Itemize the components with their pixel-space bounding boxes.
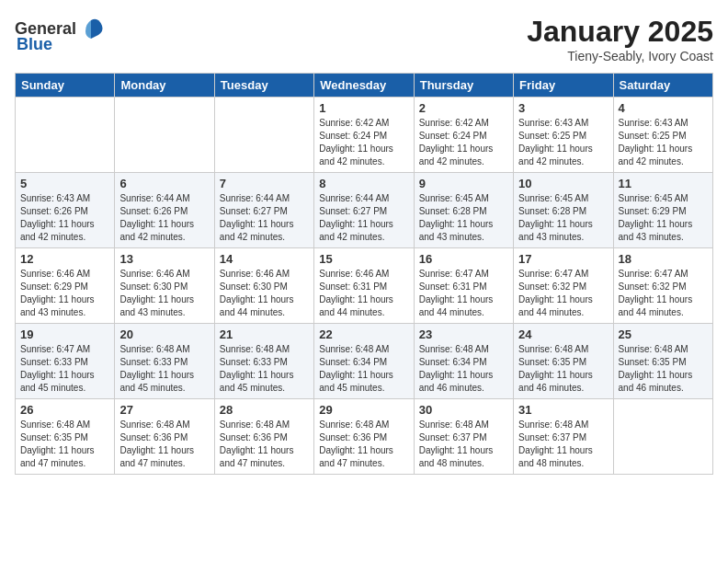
day-info: Sunrise: 6:48 AM Sunset: 6:36 PM Dayligh… [220, 419, 309, 470]
day-info: Sunrise: 6:44 AM Sunset: 6:27 PM Dayligh… [220, 192, 309, 244]
day-number: 11 [619, 177, 708, 190]
day-cell: 25Sunrise: 6:48 AM Sunset: 6:35 PM Dayli… [613, 324, 712, 399]
day-info: Sunrise: 6:48 AM Sunset: 6:36 PM Dayligh… [319, 419, 408, 470]
week-row-5: 26Sunrise: 6:48 AM Sunset: 6:35 PM Dayli… [16, 399, 713, 475]
day-number: 6 [119, 177, 209, 190]
day-info: Sunrise: 6:46 AM Sunset: 6:31 PM Dayligh… [319, 268, 408, 319]
day-info: Sunrise: 6:47 AM Sunset: 6:32 PM Dayligh… [619, 268, 708, 319]
day-cell: 2Sunrise: 6:42 AM Sunset: 6:24 PM Daylig… [414, 98, 513, 173]
day-cell: 28Sunrise: 6:48 AM Sunset: 6:36 PM Dayli… [214, 399, 313, 475]
day-cell: 8Sunrise: 6:44 AM Sunset: 6:27 PM Daylig… [314, 173, 414, 248]
day-info: Sunrise: 6:47 AM Sunset: 6:32 PM Dayligh… [518, 268, 608, 319]
day-number: 26 [20, 403, 109, 417]
day-cell: 20Sunrise: 6:48 AM Sunset: 6:33 PM Dayli… [115, 324, 214, 399]
day-info: Sunrise: 6:48 AM Sunset: 6:33 PM Dayligh… [220, 343, 309, 395]
day-info: Sunrise: 6:43 AM Sunset: 6:25 PM Dayligh… [619, 117, 708, 168]
day-info: Sunrise: 6:45 AM Sunset: 6:28 PM Dayligh… [518, 192, 608, 244]
week-row-4: 19Sunrise: 6:47 AM Sunset: 6:33 PM Dayli… [16, 324, 713, 399]
logo-icon [78, 15, 106, 42]
day-cell [16, 98, 115, 173]
header: General Blue January 2025 Tieny-Seably, … [15, 15, 713, 63]
day-cell: 16Sunrise: 6:47 AM Sunset: 6:31 PM Dayli… [414, 248, 513, 324]
day-number: 1 [319, 101, 408, 115]
day-cell: 9Sunrise: 6:45 AM Sunset: 6:28 PM Daylig… [414, 173, 513, 248]
day-header-saturday: Saturday [613, 74, 712, 98]
day-number: 5 [20, 177, 109, 190]
day-number: 18 [619, 252, 708, 266]
day-number: 20 [119, 327, 209, 341]
title-area: January 2025 Tieny-Seably, Ivory Coast [527, 15, 713, 63]
day-header-wednesday: Wednesday [314, 74, 414, 98]
day-cell: 7Sunrise: 6:44 AM Sunset: 6:27 PM Daylig… [214, 173, 313, 248]
day-cell: 24Sunrise: 6:48 AM Sunset: 6:35 PM Dayli… [514, 324, 613, 399]
day-number: 7 [220, 177, 309, 190]
location-title: Tieny-Seably, Ivory Coast [527, 49, 713, 63]
day-info: Sunrise: 6:48 AM Sunset: 6:34 PM Dayligh… [419, 343, 508, 395]
day-info: Sunrise: 6:46 AM Sunset: 6:30 PM Dayligh… [220, 268, 309, 319]
day-info: Sunrise: 6:42 AM Sunset: 6:24 PM Dayligh… [419, 117, 508, 168]
day-info: Sunrise: 6:48 AM Sunset: 6:35 PM Dayligh… [20, 419, 109, 470]
logo-blue: Blue [17, 35, 52, 54]
day-number: 28 [220, 403, 309, 417]
day-cell: 1Sunrise: 6:42 AM Sunset: 6:24 PM Daylig… [314, 98, 414, 173]
day-cell: 26Sunrise: 6:48 AM Sunset: 6:35 PM Dayli… [16, 399, 115, 475]
day-number: 4 [619, 101, 708, 115]
day-header-sunday: Sunday [16, 74, 115, 98]
week-row-2: 5Sunrise: 6:43 AM Sunset: 6:26 PM Daylig… [16, 173, 713, 248]
day-cell: 27Sunrise: 6:48 AM Sunset: 6:36 PM Dayli… [115, 399, 214, 475]
day-header-friday: Friday [514, 74, 613, 98]
day-cell: 23Sunrise: 6:48 AM Sunset: 6:34 PM Dayli… [414, 324, 513, 399]
day-number: 19 [20, 327, 109, 341]
day-number: 17 [518, 252, 608, 266]
day-info: Sunrise: 6:48 AM Sunset: 6:35 PM Dayligh… [518, 343, 608, 395]
day-number: 14 [220, 252, 309, 266]
day-number: 29 [319, 403, 408, 417]
day-header-monday: Monday [115, 74, 214, 98]
day-number: 3 [518, 101, 608, 115]
day-info: Sunrise: 6:45 AM Sunset: 6:29 PM Dayligh… [619, 192, 708, 244]
day-number: 2 [419, 101, 508, 115]
day-cell: 22Sunrise: 6:48 AM Sunset: 6:34 PM Dayli… [314, 324, 414, 399]
day-info: Sunrise: 6:43 AM Sunset: 6:25 PM Dayligh… [518, 117, 608, 168]
day-number: 23 [419, 327, 508, 341]
day-cell: 30Sunrise: 6:48 AM Sunset: 6:37 PM Dayli… [414, 399, 513, 475]
day-info: Sunrise: 6:45 AM Sunset: 6:28 PM Dayligh… [419, 192, 508, 244]
day-header-thursday: Thursday [414, 74, 513, 98]
day-cell: 17Sunrise: 6:47 AM Sunset: 6:32 PM Dayli… [514, 248, 613, 324]
day-cell: 21Sunrise: 6:48 AM Sunset: 6:33 PM Dayli… [214, 324, 313, 399]
day-cell [214, 98, 313, 173]
day-cell: 18Sunrise: 6:47 AM Sunset: 6:32 PM Dayli… [613, 248, 712, 324]
day-cell: 6Sunrise: 6:44 AM Sunset: 6:26 PM Daylig… [115, 173, 214, 248]
day-cell: 31Sunrise: 6:48 AM Sunset: 6:37 PM Dayli… [514, 399, 613, 475]
day-number: 9 [419, 177, 508, 190]
day-cell: 29Sunrise: 6:48 AM Sunset: 6:36 PM Dayli… [314, 399, 414, 475]
day-info: Sunrise: 6:48 AM Sunset: 6:37 PM Dayligh… [518, 419, 608, 470]
day-info: Sunrise: 6:47 AM Sunset: 6:31 PM Dayligh… [419, 268, 508, 319]
day-cell: 11Sunrise: 6:45 AM Sunset: 6:29 PM Dayli… [613, 173, 712, 248]
day-number: 13 [119, 252, 209, 266]
day-info: Sunrise: 6:48 AM Sunset: 6:37 PM Dayligh… [419, 419, 508, 470]
day-cell: 15Sunrise: 6:46 AM Sunset: 6:31 PM Dayli… [314, 248, 414, 324]
header-row: SundayMondayTuesdayWednesdayThursdayFrid… [16, 74, 713, 98]
day-number: 8 [319, 177, 408, 190]
day-cell: 4Sunrise: 6:43 AM Sunset: 6:25 PM Daylig… [613, 98, 712, 173]
day-cell: 14Sunrise: 6:46 AM Sunset: 6:30 PM Dayli… [214, 248, 313, 324]
day-number: 24 [518, 327, 608, 341]
day-info: Sunrise: 6:48 AM Sunset: 6:34 PM Dayligh… [319, 343, 408, 395]
day-info: Sunrise: 6:44 AM Sunset: 6:27 PM Dayligh… [319, 192, 408, 244]
day-cell [613, 399, 712, 475]
logo: General Blue [15, 15, 106, 54]
day-cell: 3Sunrise: 6:43 AM Sunset: 6:25 PM Daylig… [514, 98, 613, 173]
day-info: Sunrise: 6:44 AM Sunset: 6:26 PM Dayligh… [119, 192, 209, 244]
week-row-3: 12Sunrise: 6:46 AM Sunset: 6:29 PM Dayli… [16, 248, 713, 324]
day-number: 10 [518, 177, 608, 190]
day-cell: 10Sunrise: 6:45 AM Sunset: 6:28 PM Dayli… [514, 173, 613, 248]
day-number: 27 [119, 403, 209, 417]
day-number: 15 [319, 252, 408, 266]
day-cell: 12Sunrise: 6:46 AM Sunset: 6:29 PM Dayli… [16, 248, 115, 324]
day-info: Sunrise: 6:42 AM Sunset: 6:24 PM Dayligh… [319, 117, 408, 168]
day-info: Sunrise: 6:48 AM Sunset: 6:36 PM Dayligh… [119, 419, 209, 470]
calendar-table: SundayMondayTuesdayWednesdayThursdayFrid… [15, 73, 713, 475]
day-number: 25 [619, 327, 708, 341]
day-cell: 19Sunrise: 6:47 AM Sunset: 6:33 PM Dayli… [16, 324, 115, 399]
